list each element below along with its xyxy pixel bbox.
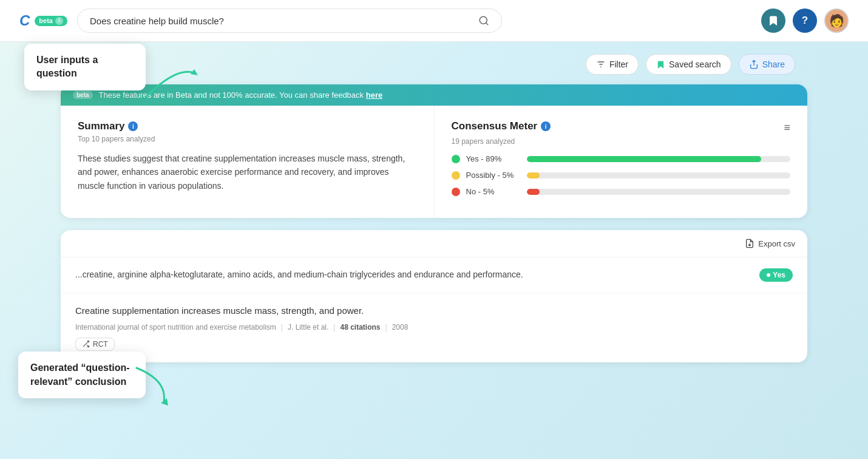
beta-info-icon[interactable]: i xyxy=(55,17,63,25)
summary-info-icon[interactable]: i xyxy=(128,121,138,131)
possibly-bar-bg xyxy=(527,172,791,178)
saved-search-label: Saved search xyxy=(669,59,721,69)
header-actions: ? 🧑 xyxy=(761,8,849,33)
arrow-2-svg xyxy=(124,362,173,410)
possibly-bar-fill xyxy=(527,172,540,178)
consensus-title: Consensus Meter i xyxy=(452,120,551,132)
result-item-1-text: ...creatine, arginine alpha-ketoglutarat… xyxy=(75,268,750,281)
no-bar-fill xyxy=(527,189,540,195)
meter-row-no: No - 5% xyxy=(452,187,791,196)
result-author: J. Little et al. xyxy=(288,323,328,332)
beta-label: beta xyxy=(39,17,53,24)
yes-bar-bg xyxy=(527,156,791,162)
meta-separator-2: | xyxy=(333,323,335,332)
result-item-1: ...creatine, arginine alpha-ketoglutarat… xyxy=(61,257,807,293)
beta-badge: beta i xyxy=(35,16,67,26)
help-button[interactable]: ? xyxy=(793,8,817,33)
share-button[interactable]: Share xyxy=(739,54,795,75)
card-body: Summary i Top 10 papers analyzed These s… xyxy=(61,106,807,218)
avatar-button[interactable]: 🧑 xyxy=(824,8,849,33)
result-yes-badge-1: Yes xyxy=(759,268,793,282)
meta-separator-3: | xyxy=(385,323,387,332)
result-journal: International journal of sport nutrition… xyxy=(75,323,276,332)
results-section: Export csv ...creatine, arginine alpha-k… xyxy=(61,230,807,362)
bookmark-button[interactable] xyxy=(761,8,785,33)
consensus-info-icon[interactable]: i xyxy=(541,121,551,131)
summary-section: Summary i Top 10 papers analyzed These s… xyxy=(61,106,435,218)
share-label: Share xyxy=(762,59,785,69)
search-bar xyxy=(77,8,502,33)
filter-label: Filter xyxy=(609,59,628,69)
export-csv-button[interactable]: Export csv xyxy=(745,239,795,248)
arrow-1-svg xyxy=(140,61,200,109)
consensus-sub: 19 papers analyzed xyxy=(452,137,791,146)
result-citations: 48 citations xyxy=(340,323,380,332)
annotation-box-1: User inputs a question xyxy=(24,44,146,90)
meta-separator-1: | xyxy=(281,323,283,332)
filter-button[interactable]: Filter xyxy=(586,54,639,75)
consensus-header: Consensus Meter i ≡ xyxy=(452,120,791,135)
consensus-section: Consensus Meter i ≡ 19 papers analyzed Y… xyxy=(435,106,808,218)
meter-row-yes: Yes - 89% xyxy=(452,154,791,163)
saved-search-icon xyxy=(656,60,665,69)
share-icon xyxy=(749,59,759,69)
filter-icon xyxy=(596,59,606,69)
search-button[interactable] xyxy=(478,15,489,26)
summary-title: Summary i xyxy=(78,120,417,132)
yes-badge-dot xyxy=(767,273,770,277)
annotation-1-text: User inputs a question xyxy=(36,55,98,78)
consensus-filter-icon[interactable]: ≡ xyxy=(784,121,790,134)
yes-bar-fill xyxy=(527,156,762,162)
result-year: 2008 xyxy=(392,323,409,332)
yes-label: Yes - 89% xyxy=(466,154,521,163)
no-bar-bg xyxy=(527,189,791,195)
bookmark-icon xyxy=(768,15,779,26)
export-label: Export csv xyxy=(758,239,795,248)
help-icon: ? xyxy=(802,15,808,27)
yes-dot xyxy=(452,155,460,163)
summary-text: These studies suggest that creatine supp… xyxy=(78,152,417,192)
result-item-2: Creatine supplementation increases muscl… xyxy=(61,293,807,362)
banner-feedback-link[interactable]: here xyxy=(366,90,382,100)
svg-line-1 xyxy=(486,22,487,24)
no-dot xyxy=(452,188,460,196)
mini-beta-label: beta xyxy=(73,91,93,99)
rct-badge-button[interactable]: RCT xyxy=(75,338,115,351)
rct-icon xyxy=(82,340,90,348)
possibly-dot xyxy=(452,171,460,180)
result-item-1-header: ...creatine, arginine alpha-ketoglutarat… xyxy=(75,268,793,282)
possibly-label: Possibly - 5% xyxy=(466,171,521,180)
logo-icon: C xyxy=(19,12,30,29)
summary-sub: Top 10 papers analyzed xyxy=(78,135,417,143)
no-label: No - 5% xyxy=(466,187,521,196)
result-item-2-meta: International journal of sport nutrition… xyxy=(75,323,793,332)
rct-label: RCT xyxy=(93,340,108,348)
avatar-icon: 🧑 xyxy=(829,13,844,28)
results-header: Export csv xyxy=(61,230,807,257)
header: C beta i ? 🧑 xyxy=(0,0,868,42)
logo-area: C beta i xyxy=(19,12,67,29)
search-icon xyxy=(478,15,489,26)
search-input[interactable] xyxy=(90,16,472,26)
export-icon xyxy=(745,239,754,248)
result-item-2-title: Creatine supplementation increases muscl… xyxy=(75,304,793,318)
main-content: Filter Saved search Share beta These fea… xyxy=(0,42,868,375)
annotation-2-text: Generated “question-relevant” conclusion xyxy=(30,362,130,386)
meter-row-possibly: Possibly - 5% xyxy=(452,171,791,180)
saved-search-button[interactable]: Saved search xyxy=(646,54,731,75)
